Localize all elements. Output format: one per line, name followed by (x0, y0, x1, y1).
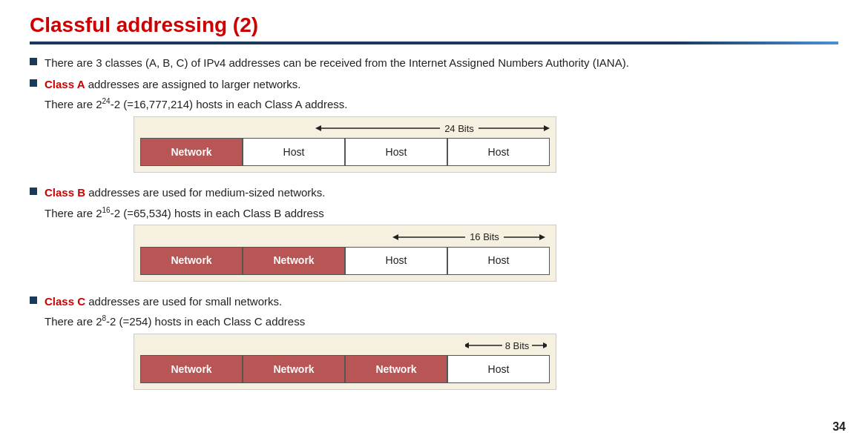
bullet1-text: There are 3 classes (A, B, C) of IPv4 ad… (45, 56, 629, 69)
class-a-arrow-svg (314, 122, 551, 135)
svg-marker-7 (465, 342, 469, 348)
class-b-subtext: There are 216-2 (=65,534) hosts in each … (45, 205, 838, 222)
class-c-cell-host1: Host (447, 355, 550, 383)
class-b-bits-row: 16 Bits (140, 230, 550, 245)
class-a-label: Class A (45, 78, 85, 90)
class-b-bits-text: 16 Bits (465, 230, 504, 245)
class-c-desc: addresses are used for small networks. (85, 295, 282, 308)
svg-marker-2 (544, 125, 550, 131)
svg-marker-8 (543, 342, 547, 348)
class-b-cell-host2: Host (447, 247, 550, 275)
class-c-subtext: There are 28-2 (=254) hosts in each Clas… (45, 313, 838, 331)
class-c-diagram: 8 Bits Network Network Network Host (134, 334, 556, 391)
bullet-item-3: Class B addresses are used for medium-si… (30, 185, 838, 202)
class-c-bits-row: 8 Bits (140, 339, 550, 354)
svg-marker-1 (315, 125, 321, 131)
bullet-text-4: Class C addresses are used for small net… (45, 294, 838, 311)
class-a-cell-network: Network (140, 138, 243, 166)
class-a-desc: addresses are assigned to larger network… (85, 78, 300, 90)
class-a-subtext: There are 224-2 (=16,777,214) hosts in e… (45, 96, 838, 113)
bullet-item-4: Class C addresses are used for small net… (30, 294, 838, 311)
bullet-square-2 (30, 79, 37, 87)
class-a-section: Class A addresses are assigned to larger… (30, 76, 838, 181)
bullet-item-2: Class A addresses are assigned to larger… (30, 76, 838, 93)
content-area: There are 3 classes (A, B, C) of IPv4 ad… (30, 55, 838, 397)
bullet-text-2: Class A addresses are assigned to larger… (45, 76, 838, 93)
class-c-label: Class C (45, 295, 85, 308)
class-b-label: Class B (45, 186, 85, 199)
top-border (30, 42, 838, 44)
svg-marker-4 (392, 234, 398, 240)
class-b-bits-label: 16 Bits (345, 230, 550, 245)
svg-marker-5 (539, 234, 545, 240)
bullet-square-1 (30, 58, 37, 65)
class-a-bits-label: 24 Bits (243, 122, 550, 136)
class-a-diagram: 24 Bits Network Host Host Host (134, 116, 556, 173)
class-b-diagram: 16 Bits Network Network Host Host (134, 225, 556, 282)
class-c-bits-label: 8 Bits (447, 339, 550, 354)
class-b-diagram-wrap: 16 Bits Network Network Host Host (134, 225, 556, 282)
class-a-bits-row: 24 Bits (140, 122, 550, 136)
class-b-cell-host1: Host (345, 247, 447, 275)
class-c-cells: Network Network Network Host (140, 355, 550, 383)
bullet-text-3: Class B addresses are used for medium-si… (45, 185, 838, 202)
bullet-square-3 (30, 188, 37, 195)
slide: Classful addressing (2) There are 3 clas… (0, 0, 868, 444)
class-a-cells: Network Host Host Host (140, 138, 550, 166)
class-a-cell-host1: Host (243, 138, 345, 166)
bullet-text-1: There are 3 classes (A, B, C) of IPv4 ad… (45, 55, 838, 72)
class-c-cell-network3: Network (345, 355, 447, 383)
class-b-cell-network2: Network (243, 247, 345, 275)
slide-title: Classful addressing (2) (30, 13, 838, 37)
class-c-diagram-wrap: 8 Bits Network Network Network Host (134, 334, 556, 391)
bullet-item-1: There are 3 classes (A, B, C) of IPv4 ad… (30, 55, 838, 72)
class-a-diagram-wrap: 24 Bits Network Host Host Host (134, 116, 556, 173)
class-b-section: Class B addresses are used for medium-si… (30, 185, 838, 289)
bullet-square-4 (30, 296, 37, 304)
class-b-desc: addresses are used for medium-sized netw… (85, 186, 325, 199)
class-a-bits-text: 24 Bits (440, 122, 479, 136)
class-a-cell-host3: Host (447, 138, 550, 166)
class-b-cell-network1: Network (140, 247, 243, 275)
class-b-cells: Network Network Host Host (140, 247, 550, 275)
class-c-cell-network2: Network (243, 355, 345, 383)
class-c-bits-text: 8 Bits (502, 339, 533, 354)
class-a-cell-host2: Host (345, 138, 447, 166)
class-c-cell-network1: Network (140, 355, 243, 383)
class-c-section: Class C addresses are used for small net… (30, 294, 838, 398)
page-number: 34 (832, 420, 846, 434)
